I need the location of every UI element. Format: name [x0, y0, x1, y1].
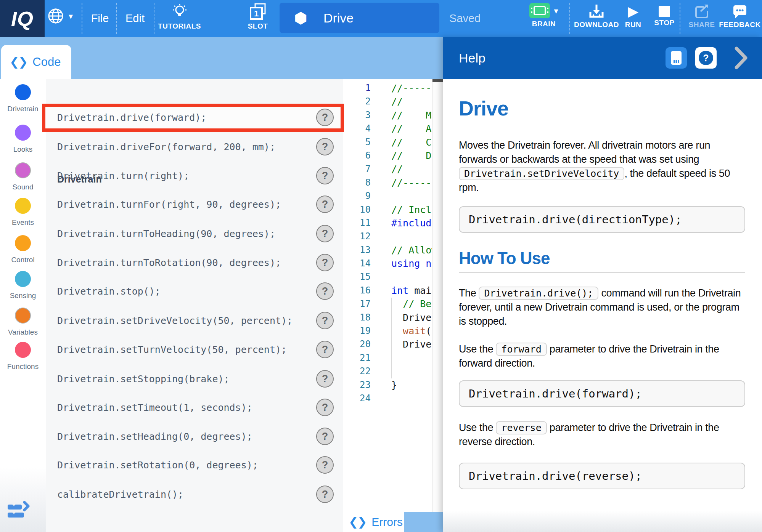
command-row[interactable]: Drivetrain.turnToRotation(90, degrees);?: [46, 252, 343, 273]
command-help-button[interactable]: ?: [316, 254, 334, 271]
command-help-button[interactable]: ?: [316, 109, 334, 126]
code-line[interactable]: 16int main(): [343, 284, 443, 297]
command-text[interactable]: Drivetrain.setTimeout(1, seconds);: [57, 402, 252, 413]
download-button[interactable]: DOWNLOAD: [575, 4, 618, 29]
help-question-button[interactable]: ?: [695, 47, 717, 69]
code-editor[interactable]: 1//----------------------------------2//…: [343, 79, 443, 512]
code-line[interactable]: 20 Drivetra: [343, 338, 443, 351]
stop-button[interactable]: STOP: [651, 4, 677, 27]
command-text[interactable]: Drivetrain.stop();: [57, 286, 161, 297]
command-row[interactable]: Drivetrain.drive(forward);?: [46, 107, 343, 128]
code-line[interactable]: 9: [343, 189, 443, 203]
command-help-button[interactable]: ?: [316, 370, 334, 388]
share-button[interactable]: SHARE: [685, 4, 719, 29]
code-line[interactable]: 12: [343, 230, 443, 243]
code-line[interactable]: 17 // Begi: [343, 297, 443, 311]
code-line[interactable]: 18 Drivetra: [343, 311, 443, 324]
code-line[interactable]: 8//----------------------------------: [343, 176, 443, 189]
help-brain-button[interactable]: [666, 47, 687, 69]
code-line[interactable]: 7//: [343, 162, 443, 176]
command-row[interactable]: Drivetrain.turn(right);?: [46, 165, 343, 186]
command-help-button[interactable]: ?: [316, 282, 334, 300]
sidebar-category-sound[interactable]: Sound: [0, 162, 46, 191]
sidebar-category-sensing[interactable]: Sensing: [0, 271, 46, 300]
code-tab-label: Code: [32, 55, 61, 69]
command-text[interactable]: Drivetrain.turn(right);: [57, 170, 189, 181]
command-row[interactable]: Drivetrain.setStopping(brake);?: [46, 368, 343, 389]
command-text[interactable]: Drivetrain.setStopping(brake);: [57, 373, 230, 385]
code-line[interactable]: 3// Modu: [343, 109, 443, 122]
command-text[interactable]: Drivetrain.setDriveVelocity(50, percent)…: [57, 315, 293, 326]
project-name: Drive: [323, 11, 354, 26]
code-line[interactable]: 11#include ": [343, 216, 443, 230]
editor-scrollbar[interactable]: [432, 79, 443, 512]
code-line[interactable]: 6// Desc: [343, 149, 443, 162]
command-help-button[interactable]: ?: [316, 225, 334, 242]
feedback-button[interactable]: FEEDBACK: [720, 4, 760, 29]
command-help-button[interactable]: ?: [316, 428, 334, 445]
code-line[interactable]: 5// Crea: [343, 136, 443, 149]
help-code-block-3: Drivetrain.drive(reverse);: [459, 463, 745, 489]
code-line[interactable]: 15: [343, 270, 443, 284]
language-menu[interactable]: ▾: [47, 7, 73, 25]
command-text[interactable]: Drivetrain.turnToRotation(90, degrees);: [57, 257, 281, 268]
command-row[interactable]: Drivetrain.setRotation(0, degrees);?: [46, 454, 343, 476]
command-row[interactable]: Drivetrain.setTurnVelocity(50, percent);…: [46, 339, 343, 360]
command-help-button[interactable]: ?: [316, 138, 334, 155]
command-row[interactable]: Drivetrain.setHeading(0, degrees);?: [46, 426, 343, 447]
command-text[interactable]: Drivetrain.driveFor(forward, 200, mm);: [57, 141, 275, 152]
code-line[interactable]: 23}: [343, 378, 443, 392]
sidebar-category-control[interactable]: Control: [0, 235, 46, 264]
tab-errors[interactable]: ❮❯ Errors: [343, 512, 404, 532]
code-line[interactable]: 13// Allows: [343, 244, 443, 257]
tab-code[interactable]: ❮❯ Code: [1, 45, 71, 79]
help-collapse-button[interactable]: [734, 46, 748, 70]
help-header: Help ?: [443, 37, 762, 79]
edit-menu[interactable]: Edit: [123, 0, 147, 37]
command-text[interactable]: Drivetrain.turnFor(right, 90, degrees);: [57, 199, 281, 210]
sidebar-category-drivetrain[interactable]: Drivetrain: [0, 84, 46, 113]
sidebar-category-events[interactable]: Events: [0, 198, 46, 227]
command-text[interactable]: Drivetrain.setTurnVelocity(50, percent);: [57, 344, 287, 355]
command-text[interactable]: Drivetrain.setRotation(0, degrees);: [57, 460, 258, 471]
editor-scrollbar-thumb[interactable]: [432, 79, 443, 82]
file-menu[interactable]: File: [88, 0, 111, 37]
command-text[interactable]: calibrateDrivetrain();: [57, 489, 183, 500]
command-text[interactable]: Drivetrain.drive(forward);: [57, 112, 206, 123]
command-help-button[interactable]: ?: [316, 341, 334, 358]
command-row[interactable]: calibrateDrivetrain();?: [46, 484, 343, 505]
command-row[interactable]: Drivetrain.turnFor(right, 90, degrees);?: [46, 194, 343, 215]
code-line[interactable]: 10// Include: [343, 203, 443, 216]
code-line[interactable]: 24: [343, 392, 443, 405]
command-row[interactable]: Drivetrain.driveFor(forward, 200, mm);?: [46, 136, 343, 157]
code-line[interactable]: 22: [343, 365, 443, 378]
project-name-button[interactable]: ⬢ Drive: [280, 3, 439, 33]
slot-button[interactable]: 1 SLOT: [239, 3, 277, 30]
command-help-button[interactable]: ?: [316, 486, 334, 503]
code-line[interactable]: 21: [343, 351, 443, 365]
sidebar-category-variables[interactable]: Variables: [0, 308, 46, 337]
brain-button[interactable]: ▾ BRAIN: [528, 3, 560, 28]
code-line[interactable]: 19 wait(2,: [343, 324, 443, 338]
code-line[interactable]: 2//: [343, 95, 443, 108]
command-text[interactable]: Drivetrain.setHeading(0, degrees);: [57, 431, 252, 442]
sidebar-category-functions[interactable]: Functions: [0, 342, 46, 371]
command-row[interactable]: Drivetrain.stop();?: [46, 280, 343, 302]
command-help-button[interactable]: ?: [316, 456, 334, 474]
code-line[interactable]: 14using name: [343, 257, 443, 270]
blocks-view-toggle[interactable]: [7, 498, 31, 521]
run-button[interactable]: ▶ RUN: [621, 4, 645, 29]
code-line[interactable]: 4// Auth: [343, 122, 443, 135]
command-row[interactable]: Drivetrain.turnToHeading(90, degrees);?: [46, 223, 343, 244]
help-paragraph-2: The Drivetrain.drive(); command will run…: [459, 286, 745, 328]
command-row[interactable]: Drivetrain.setTimeout(1, seconds);?: [46, 397, 343, 418]
code-line[interactable]: 1//----------------------------------: [343, 82, 443, 95]
command-help-button[interactable]: ?: [316, 399, 334, 416]
sidebar-category-looks[interactable]: Looks: [0, 125, 46, 154]
command-help-button[interactable]: ?: [316, 167, 334, 184]
command-help-button[interactable]: ?: [316, 312, 334, 329]
command-row[interactable]: Drivetrain.setDriveVelocity(50, percent)…: [46, 310, 343, 331]
command-text[interactable]: Drivetrain.turnToHeading(90, degrees);: [57, 228, 275, 239]
tutorials-button[interactable]: TUTORIALS: [156, 3, 203, 30]
command-help-button[interactable]: ?: [316, 195, 334, 213]
